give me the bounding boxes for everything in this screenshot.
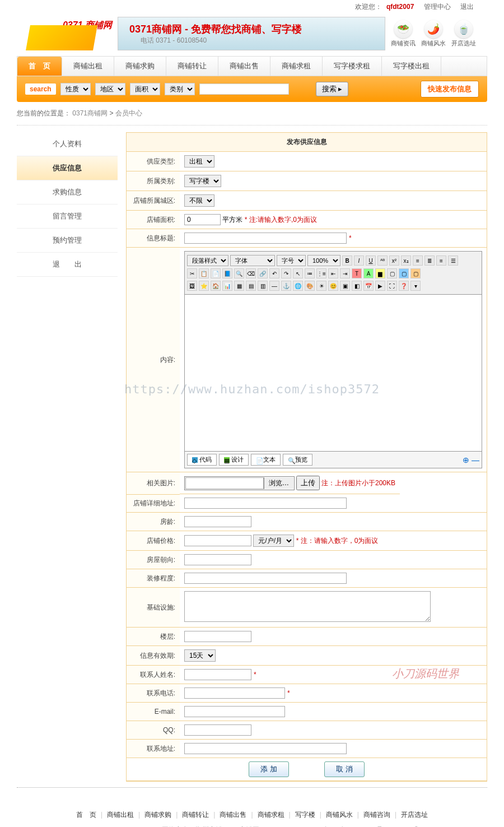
nav-item-0[interactable]: 首 页 [17,57,62,76]
date-icon[interactable]: 📅 [363,281,374,291]
footer-link-5[interactable]: 商铺求租 [258,811,284,819]
expand-icon[interactable]: ⊕ [463,456,469,464]
nav-item-3[interactable]: 商铺转让 [166,57,218,76]
outdent-icon[interactable]: ⇤ [328,268,338,278]
search-input[interactable] [199,83,289,95]
ul-icon[interactable]: ⋮≡ [316,268,326,278]
link-icon[interactable]: 🔗 [258,268,268,278]
logo[interactable]: 0371 商铺网 [28,17,112,50]
cursor-icon[interactable]: ↖ [293,268,303,278]
qq-input[interactable] [184,724,251,736]
font-select[interactable]: 字体 [230,255,275,266]
box2-icon[interactable]: ▢ [399,268,409,278]
age-input[interactable] [184,516,251,527]
tab-design[interactable]: ▦设计 [219,454,249,466]
footer-link-9[interactable]: 开店选址 [401,811,428,819]
footer-link-6[interactable]: 写字楼 [295,811,315,819]
tab-code[interactable]: ◇代码 [187,454,217,466]
globe-icon[interactable]: 🌐 [293,281,303,291]
header-icon-2[interactable]: 🍵开店选址 [451,20,476,48]
price-unit-select[interactable]: 元/户/月 [253,535,294,547]
city-select[interactable]: 不限 [184,194,214,207]
footer-link-2[interactable]: 商铺求购 [144,811,171,819]
hr-icon[interactable]: — [269,281,279,291]
align-left-icon[interactable]: ≡ [413,255,423,266]
bold-icon[interactable]: B [342,255,352,266]
add-button[interactable]: 添 加 [249,761,289,777]
footer-link-0[interactable]: 首 页 [76,811,96,819]
anchor-icon[interactable]: ⚓ [281,281,291,291]
supply-type-select[interactable]: 出租 [184,155,214,168]
nav-item-2[interactable]: 商铺求购 [114,57,166,76]
nav-item-7[interactable]: 写字楼出租 [382,57,441,76]
footer-link-8[interactable]: 商铺咨询 [363,811,390,819]
table3-icon[interactable]: ▥ [258,281,268,291]
address-input[interactable] [184,498,347,509]
find-icon[interactable]: 🔍 [234,268,244,278]
sidebar-item-1[interactable]: 供应信息 [17,156,118,180]
valid-select[interactable]: 15天 [184,649,216,662]
search-button[interactable]: 搜索 ▸ [316,82,349,96]
name-input[interactable] [184,669,251,680]
title-input[interactable] [184,233,347,244]
footer-link-3[interactable]: 商铺转让 [182,811,209,819]
ins-icon[interactable]: ▣ [340,281,350,291]
indent-icon[interactable]: ⇥ [340,268,350,278]
paste-icon[interactable]: 📄 [211,268,221,278]
undo-icon[interactable]: ↶ [269,268,279,278]
ins2-icon[interactable]: ◧ [352,281,362,291]
facility-textarea[interactable] [184,591,431,622]
browse-button[interactable]: 浏览… [264,477,293,489]
admin-link[interactable]: 管理中心 [424,3,451,11]
area-input[interactable] [184,214,221,225]
sidebar-item-5[interactable]: 退 出 [17,253,118,277]
quick-publish-button[interactable]: 快速发布信息 [421,81,479,97]
tel-input[interactable] [184,687,285,699]
chart-icon[interactable]: 📊 [222,281,232,291]
sub-icon[interactable]: x₂ [401,255,411,266]
sidebar-item-3[interactable]: 留言管理 [17,205,118,229]
footer-link-4[interactable]: 商铺出售 [220,811,246,819]
redo-icon[interactable]: ↷ [281,268,291,278]
highlight-icon[interactable]: ▆ [375,268,385,278]
box1-icon[interactable]: ▢ [387,268,397,278]
home-icon[interactable]: 🏠 [211,281,221,291]
nav-item-5[interactable]: 商铺求租 [270,57,323,76]
sidebar-item-4[interactable]: 预约管理 [17,229,118,253]
sun-icon[interactable]: ☀ [316,281,326,291]
floor-input[interactable] [184,631,251,642]
search-category[interactable]: 类别 [165,83,195,95]
media-icon[interactable]: ▶ [375,281,385,291]
palette-icon[interactable]: 🎨 [305,281,315,291]
align-right-icon[interactable]: ≡ [436,255,446,266]
zoom-select[interactable]: 100% [307,255,340,266]
search-nature[interactable]: 性质 [60,83,91,95]
category-select[interactable]: 写字楼 [184,175,221,187]
clear-icon[interactable]: ⌫ [246,268,256,278]
bgcolor-icon[interactable]: A [363,268,374,278]
image-icon[interactable]: 🖼 [187,281,197,291]
breadcrumb-home[interactable]: 0371商铺网 [72,109,108,117]
search-region[interactable]: 地区 [95,83,125,95]
tab-text[interactable]: 📄文本 [251,454,281,466]
sidebar-item-0[interactable]: 个人资料 [17,132,118,156]
strike-icon[interactable]: ᴬᴮ [377,255,388,266]
header-icon-1[interactable]: 🌶️商铺风水 [421,20,446,48]
paste-word-icon[interactable]: 📘 [222,268,232,278]
table-icon[interactable]: ▦ [234,281,244,291]
more-icon[interactable]: ▾ [410,281,421,291]
tab-preview[interactable]: 🔍预览 [283,454,312,466]
breadcrumb-member[interactable]: 会员中心 [115,109,142,117]
contact-addr-input[interactable] [184,743,347,754]
super-icon[interactable]: x² [389,255,399,266]
nav-item-6[interactable]: 写字楼求租 [323,57,382,76]
table2-icon[interactable]: ▤ [246,281,256,291]
logout-link[interactable]: 退出 [460,3,474,11]
para-style-select[interactable]: 段落样式 [187,255,228,266]
help-icon[interactable]: ❓ [399,281,409,291]
footer-link-7[interactable]: 商铺风水 [326,811,353,819]
copy-icon[interactable]: 📋 [199,268,209,278]
full-icon[interactable]: ⛶ [387,281,397,291]
smile-icon[interactable]: 😊 [328,281,338,291]
direction-input[interactable] [184,554,251,565]
